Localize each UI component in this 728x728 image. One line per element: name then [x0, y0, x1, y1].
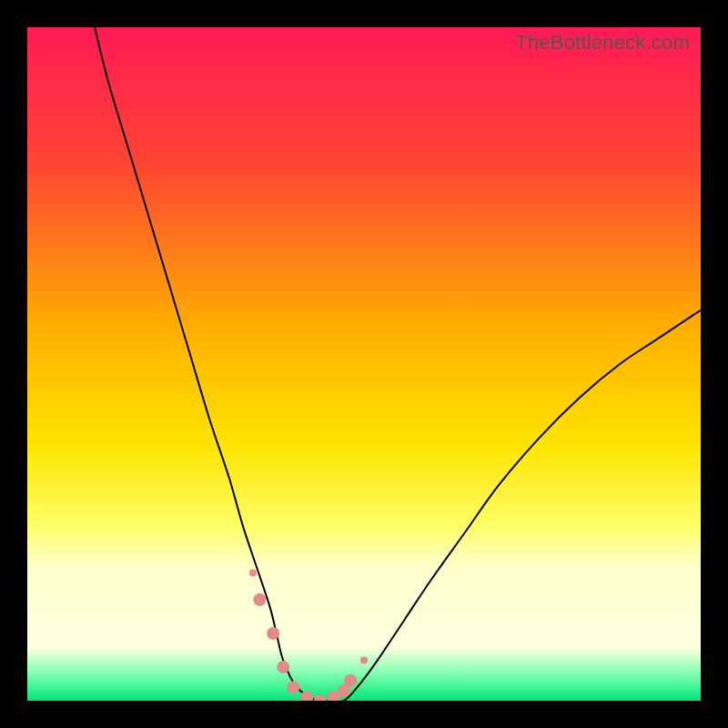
marker-point	[277, 661, 289, 673]
plot-area: TheBottleneck.com	[27, 27, 701, 701]
bottleneck-curve	[95, 27, 701, 701]
marker-point	[360, 657, 368, 664]
marker-point	[253, 593, 266, 606]
marker-point	[249, 569, 257, 576]
marker-point	[267, 627, 279, 640]
marker-point	[314, 694, 327, 701]
curve-markers	[249, 569, 368, 701]
marker-point	[287, 681, 299, 693]
marker-point	[344, 674, 357, 687]
watermark-text: TheBottleneck.com	[515, 31, 690, 55]
chart-container: TheBottleneck.com	[0, 0, 728, 728]
curve-layer	[27, 27, 701, 701]
